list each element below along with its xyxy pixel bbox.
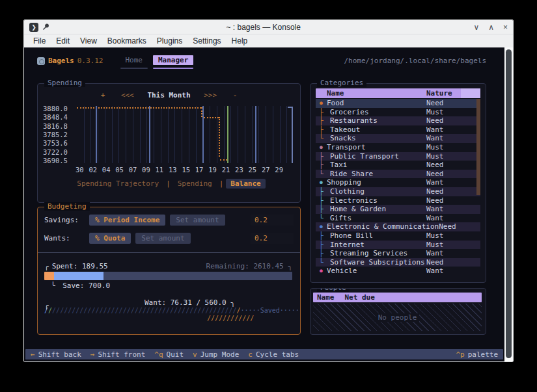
category-row[interactable]: ├InternetMust (316, 241, 480, 250)
close-button[interactable]: × (503, 23, 508, 32)
category-row[interactable]: └GiftsWant (316, 214, 480, 223)
budgeting-panel: Budgeting Savings: % Period Income Set a… (37, 207, 301, 335)
terminal-scrollbar-thumb[interactable] (506, 49, 512, 358)
category-row[interactable]: ●Electronic & CommunicationNeed (316, 222, 480, 231)
category-row[interactable]: ├TaxiNeed (316, 161, 480, 170)
category-row[interactable]: ├RestaurantsNeed (316, 116, 480, 125)
category-row[interactable]: ●TransportMust (316, 143, 480, 152)
category-name: Restaurants (327, 116, 378, 125)
menu-item-help[interactable]: Help (227, 36, 253, 46)
tab-manager[interactable]: Manager (153, 55, 193, 69)
category-name: Transport (327, 143, 366, 152)
wants-percent-quota-button[interactable]: % Quota (89, 233, 131, 244)
shortcut-shift-front[interactable]: →Shift front (90, 350, 145, 359)
corner-icon: ╭ (44, 262, 49, 270)
minimize-button[interactable]: ∨ (473, 23, 479, 32)
category-row[interactable]: ├ElectronicsNeed (316, 196, 480, 205)
tree-branch-icon: ├ (316, 231, 327, 241)
chart-gridline (245, 106, 245, 163)
x-tick-label: 17 (195, 166, 204, 174)
menu-item-plugins[interactable]: Plugins (152, 36, 187, 46)
category-color-dot: ● (316, 267, 327, 276)
zoom-in-button[interactable]: + (101, 91, 105, 99)
categories-rows: ●FoodNeed├GroceriesMust├RestaurantsNeed├… (316, 99, 480, 276)
shortcut-cycle-tabs[interactable]: cCycle tabs (248, 350, 299, 359)
chart-right-boundary (288, 107, 293, 163)
want-label: Want: 76.31 / 560.0 (145, 298, 227, 307)
period-label: This Month (147, 91, 190, 99)
shortcut-key: ← (31, 350, 35, 359)
category-nature: Want (426, 134, 480, 143)
budgeting-panel-title: Budgeting (44, 202, 90, 211)
menu-item-view[interactable]: View (75, 36, 102, 46)
category-nature: Want (426, 125, 480, 135)
menu-item-file[interactable]: File (28, 36, 51, 46)
category-row[interactable]: ●VehicleWant (316, 267, 480, 276)
category-row[interactable]: ├Home & GardenWant (316, 205, 480, 214)
prev-period-button[interactable]: <<< (121, 91, 134, 99)
chart-y-axis: 3880.03848.43816.83785.23753.63722.03690… (43, 105, 73, 164)
window-titlebar[interactable]: ❯ ~ : bagels — Konsole ∨ ∧ × (24, 20, 513, 34)
shortcut-palette[interactable]: ^ppalette (456, 350, 498, 359)
next-period-button[interactable]: >>> (204, 91, 217, 99)
shortcut-jump-mode[interactable]: vJump Mode (193, 350, 239, 359)
category-row[interactable]: ├Phone BillMust (316, 231, 480, 241)
x-tick-label: 05 (115, 166, 124, 174)
category-row[interactable]: └SnacksWant (316, 134, 480, 143)
tab-home[interactable]: Home (120, 55, 148, 69)
savings-set-amount-button[interactable]: Set amount (170, 215, 225, 226)
shortcut-quit[interactable]: ^qQuit (154, 350, 184, 359)
chart-gridline (266, 106, 266, 163)
category-row[interactable]: ├ClothingNeed (316, 187, 480, 196)
category-name-cell: ├Phone Bill (316, 231, 426, 241)
chart-tab-spending-trajectory[interactable]: Spending Trajectory (72, 179, 163, 189)
category-row[interactable]: ├Public TransportMust (316, 152, 480, 161)
balance-line-segment (219, 117, 220, 157)
wants-set-amount-button[interactable]: Set amount (135, 233, 190, 244)
terminal-scrollbar[interactable] (504, 47, 513, 361)
savings-value-input[interactable]: 0.2 (251, 215, 294, 226)
category-nature: Must (426, 241, 480, 250)
wants-value-input[interactable]: 0.2 (251, 233, 294, 244)
category-row[interactable]: ├GroceriesMust (316, 108, 480, 117)
x-tick-label: 11 (156, 166, 164, 174)
category-row[interactable]: ●ShoppingWant (316, 178, 480, 187)
category-color-dot: ● (316, 222, 327, 231)
category-name: Phone Bill (327, 231, 373, 241)
maximize-button[interactable]: ∧ (488, 23, 494, 32)
category-name-cell: ├Electronics (316, 196, 426, 205)
category-name: Clothing (327, 187, 365, 196)
category-row[interactable]: ●FoodNeed (316, 99, 480, 108)
category-name: Snacks (327, 134, 356, 143)
category-row[interactable]: ├TakeoutWant (316, 125, 480, 135)
category-color-dot: ● (316, 143, 327, 152)
savings-percent-income-button[interactable]: % Period Income (89, 215, 165, 226)
menu-item-bookmarks[interactable]: Bookmarks (102, 36, 152, 46)
shortcut-shift-back[interactable]: ←Shift back (31, 350, 81, 359)
column-header-name: Name (317, 293, 335, 302)
people-table-header: Name Net due (313, 293, 482, 302)
saved-segment (54, 272, 103, 280)
chart-gridline (126, 106, 126, 163)
chart-tab-balance[interactable]: Balance (226, 179, 265, 189)
x-tick-label: 25 (248, 166, 256, 174)
category-name-cell: ├Groceries (316, 108, 426, 117)
savings-row: Savings: % Period Income Set amount 0.2 (44, 215, 294, 226)
category-row[interactable]: ├Streaming ServicesWant (316, 249, 480, 258)
category-row[interactable]: └Software SubscriptionsNeed (316, 258, 480, 267)
tree-branch-icon: ├ (316, 196, 327, 205)
chart-tab-spending[interactable]: Spending (173, 179, 217, 189)
y-tick-label: 3816.8 (43, 122, 73, 130)
menu-item-edit[interactable]: Edit (51, 36, 75, 46)
zoom-out-button[interactable]: - (233, 91, 238, 99)
menu-item-settings[interactable]: Settings (187, 36, 226, 46)
chart-gridline (280, 106, 281, 163)
data-directory-path: /home/jordang/.local/share/bagels (344, 57, 486, 65)
chart-mode-tabs: Spending Trajectory|Spending|Balance (38, 179, 300, 188)
want-spent-hatch: //////////// (44, 315, 292, 322)
category-row[interactable]: └Ride ShareNeed (316, 170, 480, 179)
category-name-cell: ├Taxi (316, 161, 426, 170)
categories-scrollbar[interactable] (476, 99, 480, 195)
category-nature: Need (426, 258, 480, 267)
tree-branch-icon: ├ (316, 125, 327, 135)
